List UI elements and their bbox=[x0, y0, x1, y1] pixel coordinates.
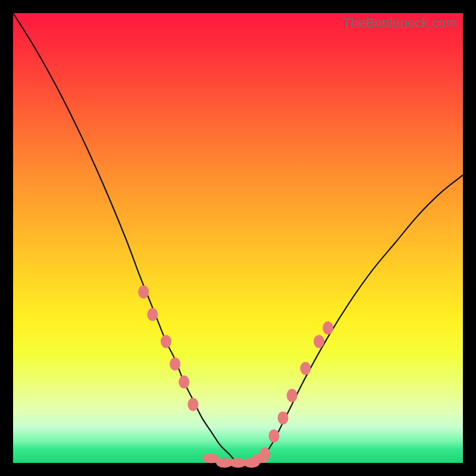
bottleneck-curve bbox=[13, 13, 463, 463]
marker-bottom bbox=[252, 453, 269, 463]
marker-right bbox=[287, 389, 298, 402]
marker-left bbox=[178, 375, 189, 389]
marker-right bbox=[314, 335, 324, 348]
plot-area: TheBottleneck.com bbox=[13, 13, 463, 463]
marker-left bbox=[138, 286, 149, 299]
curve-markers bbox=[138, 286, 333, 468]
marker-right bbox=[268, 430, 279, 443]
marker-right bbox=[278, 411, 289, 424]
marker-right bbox=[300, 362, 311, 375]
marker-left bbox=[170, 358, 180, 371]
chart-frame: TheBottleneck.com bbox=[0, 0, 476, 476]
marker-left bbox=[147, 308, 158, 321]
marker-left bbox=[161, 335, 171, 348]
curve-line bbox=[13, 13, 463, 464]
marker-right bbox=[322, 321, 333, 334]
marker-left bbox=[187, 398, 198, 411]
